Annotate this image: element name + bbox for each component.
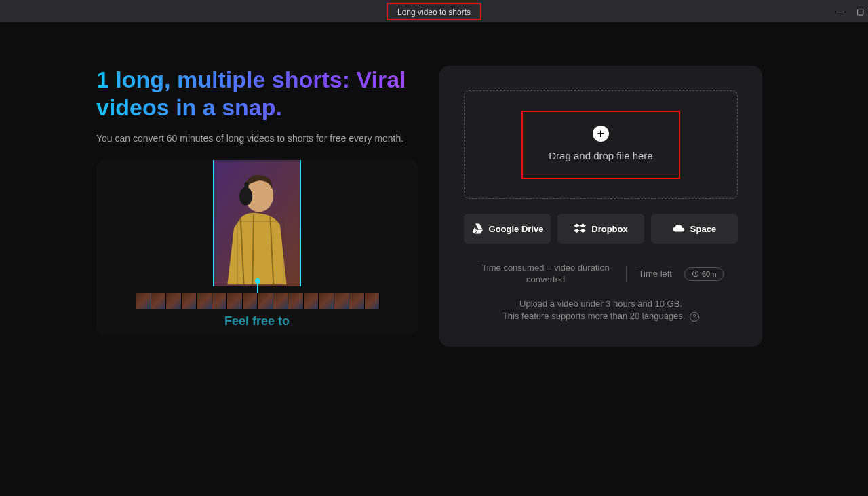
left-column: 1 long, multiple shorts: Viral videos in… <box>96 66 418 347</box>
space-button[interactable]: Space <box>651 214 738 244</box>
plus-icon: + <box>593 126 609 142</box>
google-drive-button[interactable]: Google Drive <box>464 214 551 244</box>
google-drive-label: Google Drive <box>489 224 544 234</box>
window-title: Long video to shorts <box>397 7 471 17</box>
playhead-indicator <box>257 282 258 293</box>
google-drive-icon <box>471 223 484 235</box>
dropzone[interactable]: + Drag and drop file here <box>464 90 738 199</box>
dropbox-icon <box>574 223 586 235</box>
cloud-icon <box>673 223 685 235</box>
upload-panel: + Drag and drop file here Google Drive D… <box>439 66 762 347</box>
dropbox-button[interactable]: Dropbox <box>557 214 644 244</box>
drop-highlight-box: + Drag and drop file here <box>521 111 679 179</box>
timeline-strip <box>136 293 380 309</box>
titlebar: Long video to shorts — ▢ <box>0 0 868 22</box>
help-icon[interactable]: ? <box>690 312 699 322</box>
limit-line-2-wrap: This feature supports more than 20 langu… <box>464 310 738 322</box>
minimize-button[interactable]: — <box>836 7 844 16</box>
preview-video: Feel free to <box>96 160 418 335</box>
hero-subtext: You can convert 60 minutes of long video… <box>96 132 418 146</box>
preview-caption: Feel free to <box>224 314 290 328</box>
time-left-value: 60m <box>702 270 716 278</box>
limit-line-1: Upload a video under 3 hours and 10 GB. <box>464 298 738 310</box>
title-highlight-box: Long video to shorts <box>387 3 481 20</box>
dropbox-label: Dropbox <box>591 224 627 234</box>
clock-icon <box>692 270 699 278</box>
vertical-divider <box>626 266 627 282</box>
time-consumed-text: Time consumed = video duration converted <box>478 263 614 286</box>
time-left-label: Time left <box>639 269 672 279</box>
preview-person-illustration <box>214 160 300 286</box>
svg-rect-4 <box>245 182 249 197</box>
dropzone-text: Drag and drop file here <box>549 150 652 161</box>
upload-limits: Upload a video under 3 hours and 10 GB. … <box>464 298 738 322</box>
maximize-button[interactable]: ▢ <box>856 7 864 16</box>
limit-line-2: This feature supports more than 20 langu… <box>502 311 686 321</box>
hero-headline: 1 long, multiple shorts: Viral videos in… <box>96 66 418 121</box>
window-controls: — ▢ <box>836 7 864 16</box>
cloud-sources: Google Drive Dropbox Space <box>464 214 738 244</box>
time-left-pill: 60m <box>684 267 724 281</box>
space-label: Space <box>690 224 716 234</box>
time-info-row: Time consumed = video duration converted… <box>464 263 738 286</box>
preview-frame <box>213 160 301 286</box>
main-content: 1 long, multiple shorts: Viral videos in… <box>0 22 868 347</box>
